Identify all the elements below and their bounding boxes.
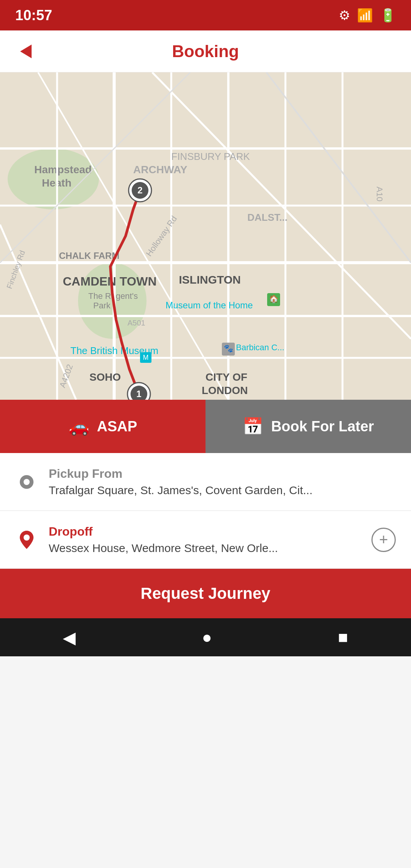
dropoff-icon-wrapper: [15, 528, 38, 551]
nav-home-icon: ●: [202, 628, 212, 647]
svg-text:CITY OF: CITY OF: [206, 371, 247, 383]
dropoff-row[interactable]: Dropoff Wessex House, Wedmore Street, Ne…: [0, 511, 411, 569]
svg-text:Park: Park: [93, 301, 111, 310]
pickup-address: Trafalgar Square, St. James's, Covent Ga…: [49, 484, 396, 497]
svg-rect-0: [0, 72, 411, 400]
map-view: Hampstead Heath The Regent's Park Hollow…: [0, 72, 411, 400]
pickup-label: Pickup From: [49, 467, 396, 481]
svg-text:🐾: 🐾: [224, 344, 233, 353]
svg-point-61: [24, 479, 30, 485]
battery-icon: 🔋: [380, 8, 396, 23]
svg-text:ISLINGTON: ISLINGTON: [179, 273, 241, 286]
sim-icon: 📶: [357, 8, 373, 23]
car-icon: 🚗: [68, 416, 89, 436]
svg-text:Hampstead: Hampstead: [34, 164, 92, 176]
pickup-texts: Pickup From Trafalgar Square, St. James'…: [49, 467, 396, 497]
nav-back-icon: ◀: [63, 628, 76, 647]
dropoff-pin-icon: [18, 530, 35, 550]
svg-text:A10: A10: [375, 187, 384, 201]
pickup-dot-icon: [18, 474, 35, 490]
back-button[interactable]: [14, 39, 38, 64]
status-time: 10:57: [15, 7, 52, 24]
dropoff-address: Wessex House, Wedmore Street, New Orle..…: [49, 542, 371, 555]
back-arrow-icon: [20, 45, 32, 58]
svg-text:FINSBURY PARK: FINSBURY PARK: [171, 151, 250, 162]
header: Booking: [0, 30, 411, 72]
svg-text:1: 1: [136, 389, 141, 399]
svg-point-62: [24, 535, 30, 541]
nav-recent-button[interactable]: ■: [338, 628, 348, 647]
svg-text:LONDON: LONDON: [202, 385, 248, 396]
request-journey-label: Request Journey: [141, 584, 271, 603]
request-journey-button[interactable]: Request Journey: [0, 569, 411, 618]
dropoff-label: Dropoff: [49, 525, 371, 539]
bottom-panel: 🚗 ASAP 📅 Book For Later Pickup From Traf…: [0, 400, 411, 618]
book-later-tab[interactable]: 📅 Book For Later: [206, 400, 411, 453]
nav-home-button[interactable]: ●: [202, 628, 212, 647]
tab-row: 🚗 ASAP 📅 Book For Later: [0, 400, 411, 453]
nav-back-button[interactable]: ◀: [63, 628, 76, 647]
asap-label: ASAP: [97, 418, 137, 435]
map-svg: Hampstead Heath The Regent's Park Hollow…: [0, 72, 411, 400]
status-icons: ⚙ 📶 🔋: [339, 8, 396, 23]
pickup-icon-wrapper: [15, 471, 38, 493]
svg-text:CHALK FARM: CHALK FARM: [59, 251, 119, 261]
nav-recent-icon: ■: [338, 628, 348, 647]
book-later-label: Book For Later: [271, 418, 374, 435]
svg-text:M: M: [143, 354, 149, 361]
svg-text:ARCHWAY: ARCHWAY: [133, 164, 187, 176]
page-title: Booking: [172, 42, 239, 61]
svg-text:🏠: 🏠: [269, 294, 279, 303]
settings-icon: ⚙: [339, 8, 350, 23]
bottom-nav: ◀ ● ■: [0, 618, 411, 656]
svg-text:2: 2: [137, 185, 142, 195]
calendar-icon: 📅: [242, 416, 263, 436]
add-stop-button[interactable]: +: [371, 528, 396, 552]
status-bar: 10:57 ⚙ 📶 🔋: [0, 0, 411, 30]
svg-text:A501: A501: [127, 319, 145, 327]
asap-tab[interactable]: 🚗 ASAP: [0, 400, 206, 453]
svg-text:DALST...: DALST...: [247, 212, 287, 223]
svg-text:CAMDEN TOWN: CAMDEN TOWN: [63, 274, 157, 288]
svg-text:Barbican C...: Barbican C...: [236, 343, 284, 352]
svg-text:SOHO: SOHO: [89, 371, 121, 383]
pickup-row[interactable]: Pickup From Trafalgar Square, St. James'…: [0, 453, 411, 511]
dropoff-texts: Dropoff Wessex House, Wedmore Street, Ne…: [49, 525, 371, 555]
svg-text:Museum of the Home: Museum of the Home: [166, 300, 253, 310]
